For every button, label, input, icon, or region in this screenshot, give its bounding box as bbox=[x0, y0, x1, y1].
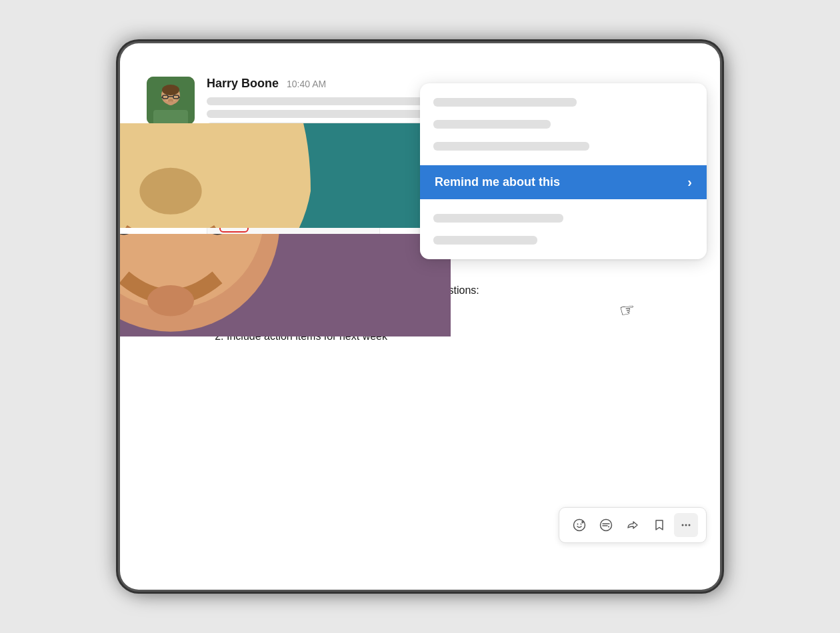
menu-item-placeholder[interactable] bbox=[420, 229, 707, 251]
chevron-right-icon: › bbox=[687, 175, 692, 190]
avatar-harry bbox=[147, 77, 195, 125]
quote-button[interactable] bbox=[594, 513, 618, 537]
svg-point-3 bbox=[581, 524, 582, 525]
forward-button[interactable] bbox=[621, 513, 645, 537]
avatar-lisa bbox=[147, 151, 195, 199]
menu-line bbox=[433, 120, 551, 129]
menu-section-bottom bbox=[420, 199, 707, 259]
menu-item-placeholder[interactable] bbox=[420, 207, 707, 229]
svg-point-2 bbox=[577, 524, 579, 525]
menu-line bbox=[433, 236, 537, 245]
avatar-lee bbox=[147, 261, 195, 309]
svg-point-6 bbox=[601, 520, 612, 531]
svg-point-1 bbox=[574, 520, 585, 531]
context-menu: Remind me about this › bbox=[420, 83, 707, 259]
menu-line bbox=[433, 98, 577, 107]
svg-point-8 bbox=[682, 524, 684, 526]
chat-window: Harry Boone 10:40 AM Lisa Dawson 11:20 A… bbox=[120, 43, 720, 590]
menu-item-placeholder[interactable] bbox=[420, 113, 707, 135]
timestamp-harry: 10:40 AM bbox=[287, 79, 326, 89]
menu-line bbox=[433, 142, 589, 151]
message-row-lee: Lee Hao 11:48 AM Wow, this is looking so… bbox=[140, 251, 700, 354]
emoji-reaction-button[interactable] bbox=[567, 513, 591, 537]
remind-me-button[interactable]: Remind me about this › bbox=[420, 165, 707, 199]
svg-point-9 bbox=[685, 524, 687, 526]
menu-section-top bbox=[420, 83, 707, 165]
svg-point-7 bbox=[608, 526, 609, 528]
svg-point-10 bbox=[689, 524, 691, 526]
menu-line bbox=[433, 214, 563, 223]
more-options-button[interactable] bbox=[674, 513, 698, 537]
remind-me-label: Remind me about this bbox=[435, 175, 560, 189]
menu-item-placeholder[interactable] bbox=[420, 135, 707, 157]
bookmark-button[interactable] bbox=[647, 513, 671, 537]
sender-name-harry: Harry Boone bbox=[207, 77, 279, 91]
message-toolbar bbox=[559, 507, 707, 543]
menu-item-placeholder[interactable] bbox=[420, 91, 707, 113]
